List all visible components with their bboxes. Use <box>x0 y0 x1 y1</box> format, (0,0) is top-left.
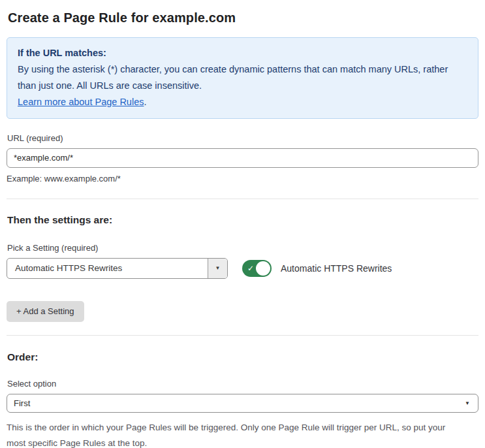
learn-more-link[interactable]: Learn more about Page Rules <box>18 97 144 107</box>
settings-section: Then the settings are: Pick a Setting (r… <box>7 214 478 322</box>
order-heading: Order: <box>7 351 478 363</box>
add-setting-button[interactable]: + Add a Setting <box>7 301 84 322</box>
check-icon: ✓ <box>247 264 254 272</box>
setting-row: Automatic HTTPS Rewrites ▼ ✓ Automatic H… <box>7 258 478 279</box>
order-select-label: Select option <box>7 379 478 389</box>
create-page-rule-form: Create a Page Rule for example.com If th… <box>0 0 485 448</box>
setting-toggle-group: ✓ Automatic HTTPS Rewrites <box>242 260 392 277</box>
setting-toggle[interactable]: ✓ <box>242 260 272 277</box>
url-section: URL (required) Example: www.example.com/… <box>7 133 478 184</box>
url-input[interactable] <box>7 148 478 168</box>
chevron-down-icon: ▼ <box>465 400 470 406</box>
chevron-down-icon[interactable]: ▼ <box>208 259 227 278</box>
setting-toggle-label: Automatic HTTPS Rewrites <box>281 263 392 274</box>
link-suffix-period: . <box>144 97 146 107</box>
url-example-text: Example: www.example.com/* <box>7 174 478 184</box>
toggle-knob <box>256 261 270 276</box>
page-title: Create a Page Rule for example.com <box>8 10 477 25</box>
info-box-heading: If the URL matches: <box>18 45 467 61</box>
divider <box>7 335 478 336</box>
divider <box>7 199 478 199</box>
setting-dropdown[interactable]: Automatic HTTPS Rewrites ▼ <box>7 258 228 279</box>
order-help-text: This is the order in which your Page Rul… <box>7 420 463 448</box>
setting-dropdown-value: Automatic HTTPS Rewrites <box>7 259 208 278</box>
order-section: Order: Select option First ▼ This is the… <box>7 351 478 448</box>
info-box-link-line: Learn more about Page Rules. <box>18 94 467 110</box>
info-box-body: By using the asterisk (*) character, you… <box>18 61 467 94</box>
settings-heading: Then the settings are: <box>7 214 478 226</box>
pick-setting-label: Pick a Setting (required) <box>7 243 478 253</box>
url-matches-info-box: If the URL matches: By using the asteris… <box>7 37 478 119</box>
url-label: URL (required) <box>7 133 478 143</box>
order-select[interactable]: First ▼ <box>7 394 478 413</box>
order-select-value: First <box>14 398 30 408</box>
